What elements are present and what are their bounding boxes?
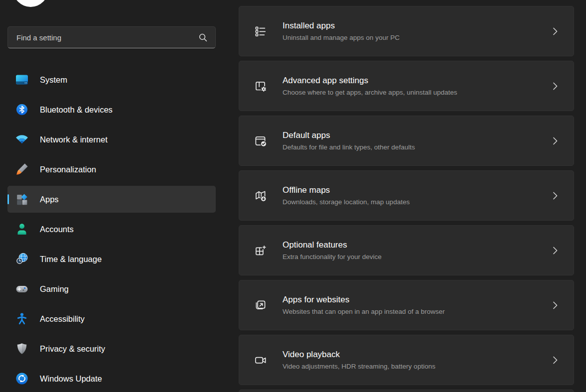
chevron-right-icon bbox=[552, 191, 559, 200]
windows-update-icon bbox=[15, 372, 29, 386]
card-subtitle: Websites that can open in an app instead… bbox=[283, 307, 444, 316]
nav-item-label: Privacy & security bbox=[40, 344, 105, 354]
offline-maps-icon bbox=[253, 188, 268, 203]
settings-window: System Bluetooth & devices Network & int… bbox=[0, 0, 586, 392]
nav-item-label: Time & language bbox=[40, 255, 102, 264]
nav-item-label: Accounts bbox=[40, 225, 74, 234]
settings-nav: System Bluetooth & devices Network & int… bbox=[7, 66, 216, 392]
chevron-right-icon bbox=[552, 246, 559, 255]
settings-card[interactable]: Apps for websites Websites that can open… bbox=[239, 280, 574, 330]
nav-item-label: Windows Update bbox=[40, 374, 102, 384]
nav-item-label: Accessibility bbox=[40, 314, 85, 324]
chevron-right-icon bbox=[552, 27, 559, 36]
search-input[interactable] bbox=[8, 27, 198, 48]
settings-card[interactable]: Default apps Defaults for file and link … bbox=[239, 116, 574, 166]
nav-item-label: Personalization bbox=[40, 165, 96, 174]
search-icon bbox=[198, 33, 208, 42]
chevron-right-icon bbox=[552, 356, 559, 365]
apps-settings-list: Installed apps Uninstall and manage apps… bbox=[239, 6, 574, 392]
accessibility-icon bbox=[15, 312, 29, 326]
card-subtitle: Extra functionality for your device bbox=[283, 253, 382, 261]
default-apps-icon bbox=[253, 133, 268, 148]
card-subtitle: Defaults for file and link types, other … bbox=[283, 143, 415, 151]
apps-icon bbox=[15, 192, 29, 206]
nav-item[interactable]: Network & internet bbox=[7, 126, 216, 153]
user-avatar[interactable] bbox=[13, 0, 48, 7]
bluetooth-icon bbox=[15, 103, 29, 117]
settings-card[interactable]: Installed apps Uninstall and manage apps… bbox=[239, 6, 574, 56]
settings-card[interactable]: Offline maps Downloads, storage location… bbox=[239, 170, 574, 221]
card-subtitle: Choose where to get apps, archive apps, … bbox=[283, 88, 457, 97]
network-icon bbox=[15, 132, 29, 146]
nav-item[interactable]: System bbox=[7, 66, 216, 93]
settings-card[interactable]: Advanced app settings Choose where to ge… bbox=[239, 61, 574, 111]
settings-card[interactable]: Optional features Extra functionality fo… bbox=[239, 225, 574, 275]
sidebar: System Bluetooth & devices Network & int… bbox=[0, 0, 229, 392]
settings-card[interactable]: Video playback Video adjustments, HDR st… bbox=[239, 335, 574, 385]
nav-item[interactable]: Accounts bbox=[7, 216, 216, 243]
nav-item-label: Gaming bbox=[40, 284, 69, 294]
nav-item[interactable]: Apps bbox=[7, 186, 216, 213]
gaming-icon bbox=[15, 282, 29, 296]
settings-card-partial[interactable] bbox=[239, 390, 574, 392]
selected-indicator bbox=[7, 194, 9, 204]
card-subtitle: Downloads, storage location, map updates bbox=[283, 198, 410, 206]
accounts-icon bbox=[15, 222, 29, 236]
installed-apps-icon bbox=[253, 24, 268, 39]
nav-item[interactable]: Bluetooth & devices bbox=[7, 96, 216, 123]
nav-item[interactable]: Time & language bbox=[7, 246, 216, 272]
nav-item[interactable]: Gaming bbox=[7, 275, 216, 302]
nav-item[interactable]: Personalization bbox=[7, 156, 216, 183]
nav-item[interactable]: Windows Update bbox=[7, 365, 216, 392]
card-title: Default apps bbox=[283, 131, 415, 140]
system-icon bbox=[15, 73, 29, 87]
nav-item[interactable]: Privacy & security bbox=[7, 335, 216, 362]
search-box[interactable] bbox=[7, 26, 216, 48]
card-title: Apps for websites bbox=[283, 295, 444, 305]
nav-item-label: Apps bbox=[40, 195, 59, 204]
card-title: Advanced app settings bbox=[283, 76, 457, 86]
privacy-icon bbox=[15, 342, 29, 356]
nav-item[interactable]: Accessibility bbox=[7, 305, 216, 332]
chevron-right-icon bbox=[552, 136, 559, 145]
card-title: Video playback bbox=[283, 350, 436, 360]
card-title: Optional features bbox=[283, 240, 382, 250]
card-subtitle: Uninstall and manage apps on your PC bbox=[283, 33, 400, 42]
chevron-right-icon bbox=[552, 301, 559, 310]
personalization-icon bbox=[15, 162, 29, 176]
optional-features-icon bbox=[253, 243, 268, 258]
chevron-right-icon bbox=[552, 82, 559, 91]
card-title: Installed apps bbox=[283, 21, 400, 31]
apps-for-websites-icon bbox=[253, 298, 268, 313]
advanced-app-settings-icon bbox=[253, 79, 268, 94]
nav-item-label: Network & internet bbox=[40, 135, 108, 144]
nav-item-label: Bluetooth & devices bbox=[40, 105, 113, 115]
nav-item-label: System bbox=[40, 75, 67, 85]
card-subtitle: Video adjustments, HDR streaming, batter… bbox=[283, 362, 436, 371]
card-title: Offline maps bbox=[283, 185, 410, 195]
video-playback-icon bbox=[253, 353, 268, 368]
time-language-icon bbox=[15, 252, 29, 266]
